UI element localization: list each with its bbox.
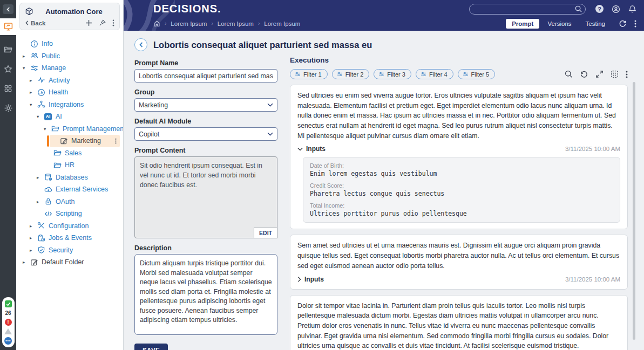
collapse-arrow[interactable]: ▾ <box>30 102 37 107</box>
refresh-icon[interactable] <box>619 19 627 28</box>
sidebar-item-scripting[interactable]: Scripting <box>16 208 123 220</box>
expand-arrow[interactable]: ▸ <box>30 235 37 241</box>
kebab-menu-icon[interactable] <box>626 71 628 78</box>
expand-arrow[interactable]: ▸ <box>23 259 30 265</box>
chevron-right-icon[interactable] <box>297 277 301 282</box>
description-textarea[interactable]: Dictum aliquam turpis tristique porttito… <box>134 254 277 335</box>
default-ai-module-label: Default AI Module <box>134 118 277 125</box>
collapse-arrow[interactable]: ▾ <box>23 65 30 71</box>
collapse-panel-button[interactable] <box>3 4 13 14</box>
filter-chip-4[interactable]: Filter 4 <box>416 69 453 79</box>
collapse-arrow[interactable]: ▾ <box>37 114 44 119</box>
health-gauge-icon <box>37 88 45 97</box>
expand-arrow[interactable]: ▸ <box>30 90 37 95</box>
rail-item-favorites[interactable] <box>0 61 16 77</box>
sidebar-item-configuration[interactable]: ▸ Configuration <box>16 220 123 232</box>
description-label: Description <box>134 244 277 252</box>
filter-chip-2[interactable]: Filter 2 <box>332 69 370 79</box>
inputs-box: Date of Birth: Enim lorem egestas quis v… <box>303 157 620 223</box>
sidebar-item-jobs-events[interactable]: ▸ Jobs & Events <box>16 232 123 244</box>
sidebar-item-prompt-management[interactable]: ▾ Prompt Management <box>16 123 123 135</box>
home-icon[interactable] <box>153 20 160 27</box>
sidebar-item-health[interactable]: ▸ Health <box>16 86 123 99</box>
inputs-toggle[interactable]: Inputs <box>306 145 326 153</box>
chat-icon[interactable]: ••• <box>4 337 12 345</box>
page-back-button[interactable] <box>134 38 147 51</box>
warning-triangle-icon[interactable] <box>4 328 12 334</box>
sidebar-item-public[interactable]: ▸ Public <box>16 50 123 63</box>
sidebar-item-sales[interactable]: Sales <box>16 147 123 160</box>
search-icon[interactable] <box>565 70 573 78</box>
chevron-left-icon <box>139 42 144 47</box>
rail-item-apps[interactable] <box>0 80 16 97</box>
chevron-down-icon[interactable] <box>297 147 303 151</box>
sidebar-item-default-folder[interactable]: ▸ Default Folder <box>16 256 123 269</box>
expand-arrow[interactable]: ▸ <box>23 53 30 59</box>
expand-arrow[interactable]: ▸ <box>37 175 44 180</box>
rail-item-settings[interactable] <box>0 100 16 116</box>
folder-icon <box>51 125 59 133</box>
help-icon[interactable]: ? <box>595 5 604 13</box>
save-button[interactable]: SAVE <box>134 344 168 350</box>
pencil-square-icon <box>30 258 38 266</box>
account-icon[interactable] <box>612 5 620 13</box>
kebab-menu-icon[interactable] <box>112 19 114 26</box>
sidebar-item-hr[interactable]: HR <box>16 159 123 171</box>
filter-chip-5[interactable]: Filter 5 <box>458 69 496 79</box>
sidebar-item-activity[interactable]: ▸ Activity <box>16 74 123 87</box>
pin-icon[interactable] <box>99 19 106 26</box>
ai-badge-icon: AI <box>44 113 52 120</box>
sidebar-item-databases[interactable]: ▸ Databases <box>16 171 123 184</box>
execution-card[interactable]: Sed ultricies eu enim sed viverra augue … <box>290 85 628 229</box>
expand-arrow[interactable]: ▸ <box>30 78 37 83</box>
sidebar-item-security[interactable]: ▸ Security <box>16 244 123 257</box>
filter-chip-3[interactable]: Filter 3 <box>374 69 411 79</box>
tab-prompt[interactable]: Prompt <box>506 19 539 29</box>
breadcrumb-item[interactable]: Lorem Ipsum <box>218 20 254 27</box>
group-select[interactable]: Marketing <box>134 98 277 112</box>
sidebar-item-integrations[interactable]: ▾ Integrations <box>16 99 123 111</box>
notifications-bell-icon[interactable] <box>628 5 636 13</box>
inputs-toggle[interactable]: Inputs <box>304 276 324 283</box>
item-menu-icon[interactable] <box>115 138 117 144</box>
rail-item-folders[interactable] <box>0 42 16 58</box>
sidebar-item-manage[interactable]: ▾ Manage <box>16 62 123 74</box>
collapse-arrow[interactable]: ▾ <box>44 126 51 132</box>
sidebar-item-ai[interactable]: ▾ AI AI <box>16 111 123 123</box>
sidebar-header: Automation Core Back <box>19 3 120 30</box>
scrollbar-thumb[interactable] <box>633 82 635 340</box>
sidebar-item-marketing[interactable]: Marketing <box>50 135 120 147</box>
error-badge-icon[interactable]: ! <box>5 319 12 326</box>
expand-arrow[interactable]: ▸ <box>30 223 37 229</box>
tab-versions[interactable]: Versions <box>541 19 577 29</box>
executions-list: Sed ultricies eu enim sed viverra augue … <box>290 85 635 350</box>
expand-arrow[interactable]: ▸ <box>37 199 44 204</box>
execution-card[interactable]: Sem amet sed ultricies ut et urna maecen… <box>290 235 628 289</box>
breadcrumb-item[interactable]: Lorem Ipsum <box>264 20 300 27</box>
sidebar-item-info[interactable]: Info <box>16 38 123 50</box>
history-icon[interactable] <box>580 70 588 78</box>
default-ai-module-select[interactable]: Copilot <box>134 127 277 141</box>
expand-arrow[interactable]: ▸ <box>30 248 37 253</box>
tasks-done-icon[interactable] <box>5 300 12 307</box>
kebab-menu-icon[interactable] <box>634 20 636 28</box>
info-icon <box>30 40 38 48</box>
edit-button[interactable]: EDIT <box>254 228 277 238</box>
add-icon[interactable] <box>85 19 92 26</box>
expand-icon[interactable] <box>595 70 604 78</box>
select-region-icon[interactable] <box>611 70 619 78</box>
filter-chip-1[interactable]: Filter 1 <box>290 69 328 79</box>
code-icon <box>44 210 52 218</box>
breadcrumb-item[interactable]: Lorem Ipsum <box>171 20 207 27</box>
search-icon <box>575 5 582 12</box>
tab-testing[interactable]: Testing <box>580 19 611 29</box>
sidebar-item-oauth[interactable]: ▸ OAuth <box>16 196 123 208</box>
prompt-name-input[interactable] <box>134 69 277 83</box>
rail-item-studio[interactable] <box>0 18 16 35</box>
execution-card[interactable]: Dolor sit tempor vitae lacinia in. Partu… <box>290 295 628 350</box>
executions-scrollbar[interactable] <box>633 82 635 348</box>
folder-icon <box>4 45 12 54</box>
global-search-input[interactable] <box>469 4 586 15</box>
sidebar-item-external-services[interactable]: External Services <box>16 183 123 196</box>
back-link[interactable]: Back <box>25 20 46 26</box>
